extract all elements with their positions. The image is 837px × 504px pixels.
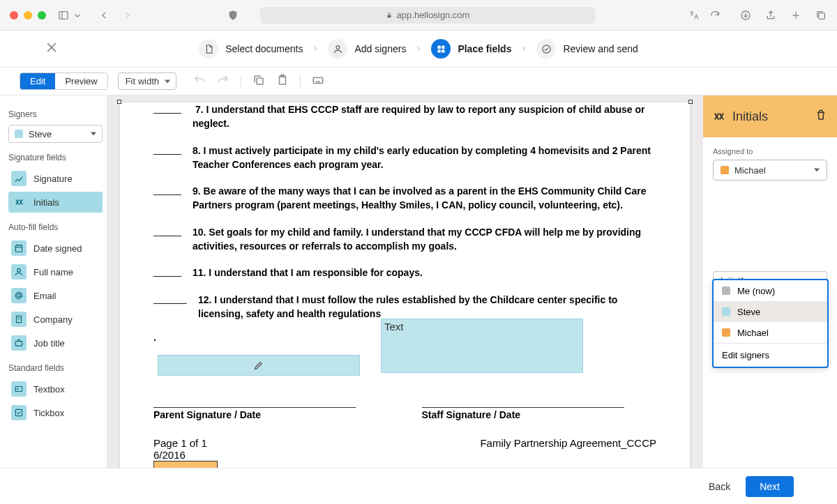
assigned-to-select[interactable]: Michael	[713, 160, 827, 181]
field-initials[interactable]: Initials	[8, 192, 103, 213]
minimize-window[interactable]	[24, 11, 32, 20]
signature-field-placed[interactable]	[158, 355, 360, 376]
field-properties-panel: Initials Assigned to Michael Initial1 Me…	[703, 96, 837, 468]
text-field-placed[interactable]: Text	[381, 319, 583, 373]
step-review-send[interactable]: Review and send	[536, 39, 638, 59]
doc-date: 6/2016	[153, 449, 207, 461]
step-label: Add signers	[354, 43, 406, 54]
dropdown-option-michael[interactable]: Michael	[714, 322, 827, 343]
refresh-icon[interactable]	[709, 9, 721, 22]
field-signature[interactable]: Signature	[8, 168, 103, 189]
tabs-icon[interactable]	[815, 9, 827, 22]
staff-signature-label: Staff Signature / Date	[422, 409, 521, 420]
svg-rect-29	[15, 245, 22, 252]
signature-icon	[11, 171, 27, 186]
back-button[interactable]: Back	[709, 481, 730, 492]
svg-rect-0	[59, 11, 68, 19]
field-label: Job title	[33, 338, 65, 349]
svg-rect-19	[313, 77, 323, 83]
svg-rect-35	[17, 316, 22, 322]
maximize-window[interactable]	[38, 11, 46, 20]
wizard-steps: Select documents Add signers Place field…	[0, 31, 837, 68]
keyboard-icon[interactable]	[312, 74, 324, 89]
initials-field-placed[interactable]: xx	[153, 461, 218, 468]
preview-button[interactable]: Preview	[55, 73, 107, 89]
field-tickbox[interactable]: Tickbox	[8, 402, 103, 423]
field-label: Initials	[33, 197, 59, 208]
chevron-down-icon[interactable]	[71, 9, 84, 22]
edit-button[interactable]: Edit	[20, 73, 55, 89]
step-select-documents[interactable]: Select documents	[199, 39, 303, 59]
signer-name: Steve	[29, 129, 52, 139]
next-button[interactable]: Next	[746, 476, 794, 497]
field-job-title[interactable]: Job title	[8, 333, 103, 353]
dropdown-option-me[interactable]: Me (now)	[714, 280, 827, 301]
download-icon[interactable]	[739, 9, 752, 22]
assigned-to-dropdown: Me (now) Steve Michael Edit signers	[712, 279, 829, 368]
svg-point-15	[543, 45, 550, 52]
field-date-signed[interactable]: Date signed	[8, 238, 103, 259]
standard-fields-heading: Standard fields	[8, 363, 103, 373]
field-label: Full name	[33, 267, 73, 277]
sidebar-toggle-icon[interactable]	[57, 9, 70, 22]
new-tab-icon[interactable]	[790, 9, 802, 22]
close-icon[interactable]	[45, 40, 59, 57]
field-label: Company	[33, 314, 73, 325]
properties-title: Initials	[732, 109, 808, 124]
pen-icon	[253, 360, 264, 371]
autofill-heading: Auto-fill fields	[8, 222, 103, 232]
shield-icon[interactable]	[227, 9, 239, 22]
zoom-select[interactable]: Fit width	[118, 72, 176, 90]
svg-rect-40	[15, 342, 22, 346]
field-label: Email	[33, 291, 56, 301]
footer-bar: Back Next	[0, 468, 837, 504]
field-full-name[interactable]: Full name	[8, 261, 103, 282]
step-label: Review and send	[563, 43, 638, 54]
dropdown-edit-signers[interactable]: Edit signers	[714, 343, 827, 367]
field-company[interactable]: Company	[8, 309, 103, 330]
signer-color-swatch	[722, 328, 730, 337]
redo-icon[interactable]	[217, 74, 229, 89]
parent-signature-label: Parent Signature / Date	[153, 409, 261, 420]
fields-panel: Signers Steve Signature fields Signature…	[0, 96, 107, 468]
signers-heading: Signers	[8, 109, 103, 119]
calendar-icon	[11, 240, 27, 256]
edit-preview-toggle: Edit Preview	[20, 72, 108, 90]
translate-icon[interactable]	[688, 9, 700, 22]
check-circle-icon	[536, 39, 556, 59]
svg-rect-16	[257, 78, 263, 84]
lock-icon	[386, 12, 393, 19]
step-place-fields[interactable]: Place fields	[431, 39, 511, 59]
dropdown-option-steve[interactable]: Steve	[714, 301, 827, 322]
document-canvas[interactable]: 7. I understand that EHS CCCP staff are …	[107, 96, 703, 468]
svg-point-33	[17, 268, 21, 272]
svg-rect-43	[15, 409, 22, 415]
close-window[interactable]	[10, 11, 18, 20]
delete-icon[interactable]	[815, 109, 827, 124]
paste-icon[interactable]	[276, 74, 289, 89]
briefcase-icon	[11, 335, 27, 351]
copy-icon[interactable]	[252, 74, 265, 89]
url-text: app.hellosign.com	[397, 10, 470, 20]
field-textbox[interactable]: Textbox	[8, 379, 103, 399]
share-icon[interactable]	[764, 9, 777, 22]
signer-color-swatch	[721, 166, 729, 174]
at-icon	[11, 288, 27, 303]
textbox-icon	[11, 381, 27, 397]
field-email[interactable]: Email	[8, 285, 103, 306]
person-icon	[11, 264, 27, 280]
signer-select[interactable]: Steve	[8, 125, 103, 143]
assigned-value: Michael	[734, 165, 766, 176]
document-page: 7. I understand that EHS CCCP staff are …	[120, 102, 690, 468]
address-bar[interactable]: app.hellosign.com	[260, 7, 595, 24]
signature-fields-heading: Signature fields	[8, 153, 103, 162]
field-label: Date signed	[33, 243, 82, 254]
back-icon[interactable]	[98, 9, 110, 22]
undo-icon[interactable]	[193, 74, 206, 89]
building-icon	[11, 312, 27, 327]
svg-point-10	[336, 45, 340, 49]
svg-rect-11	[437, 45, 440, 48]
step-add-signers[interactable]: Add signers	[328, 39, 406, 59]
step-label: Select documents	[225, 43, 303, 54]
doc-name: Family Partnership Agreement_CCCP	[480, 437, 656, 461]
